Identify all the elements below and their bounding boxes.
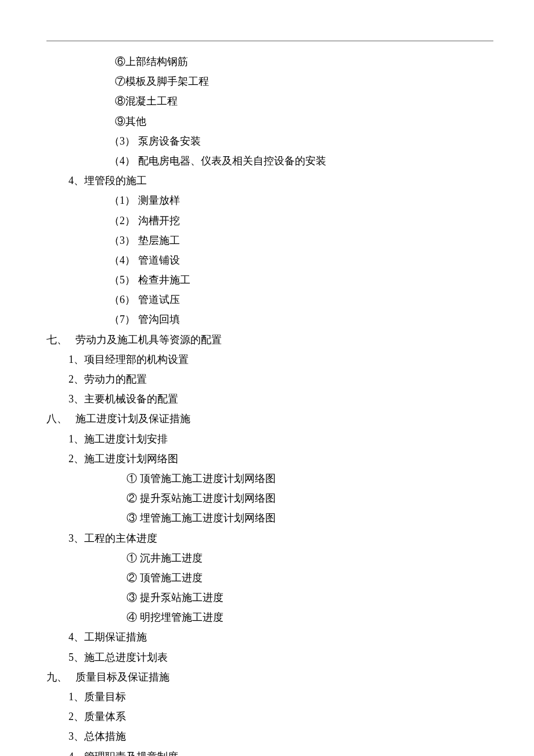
outline-body: ⑥上部结构钢筋⑦模板及脚手架工程⑧混凝土工程⑨其他（3） 泵房设备安装（4） 配… xyxy=(46,52,493,756)
outline-line: （6） 管道试压 xyxy=(46,290,493,309)
outline-line: 3、工程的主体进度 xyxy=(46,528,493,548)
outline-line: 七、 劳动力及施工机具等资源的配置 xyxy=(46,330,493,350)
outline-line: 2、施工进度计划网络图 xyxy=(46,449,493,469)
outline-line: 1、质量目标 xyxy=(46,687,493,707)
outline-line: 八、 施工进度计划及保证措施 xyxy=(46,409,493,429)
outline-line: （4） 配电房电器、仪表及相关自控设备的安装 xyxy=(46,151,493,171)
outline-line: （7） 管沟回填 xyxy=(46,309,493,329)
outline-line: 1、施工进度计划安排 xyxy=(46,429,493,449)
outline-line: ③ 埋管施工施工进度计划网络图 xyxy=(46,508,493,528)
outline-line: （2） 沟槽开挖 xyxy=(46,211,493,231)
outline-line: 4、管理职责及规章制度 xyxy=(46,747,493,756)
outline-line: （1） 测量放样 xyxy=(46,190,493,210)
outline-line: ⑦模板及脚手架工程 xyxy=(46,71,493,91)
outline-line: 九、 质量目标及保证措施 xyxy=(46,667,493,687)
outline-line: ③ 提升泵站施工进度 xyxy=(46,588,493,607)
outline-line: 5、施工总进度计划表 xyxy=(46,647,493,667)
outline-line: 2、劳动力的配置 xyxy=(46,369,493,389)
document-page: ⑥上部结构钢筋⑦模板及脚手架工程⑧混凝土工程⑨其他（3） 泵房设备安装（4） 配… xyxy=(0,0,534,756)
outline-line: 3、主要机械设备的配置 xyxy=(46,389,493,409)
outline-line: ⑧混凝土工程 xyxy=(46,91,493,111)
outline-line: ① 顶管施工施工进度计划网络图 xyxy=(46,469,493,488)
outline-line: 3、总体措施 xyxy=(46,726,493,746)
outline-line: ② 顶管施工进度 xyxy=(46,568,493,588)
page-top-rule xyxy=(46,41,493,41)
outline-line: （3） 泵房设备安装 xyxy=(46,131,493,151)
outline-line: ④ 明挖埋管施工进度 xyxy=(46,607,493,627)
outline-line: （5） 检查井施工 xyxy=(46,270,493,290)
outline-line: （4） 管道铺设 xyxy=(46,250,493,270)
outline-line: 4、埋管段的施工 xyxy=(46,171,493,190)
outline-line: 4、工期保证措施 xyxy=(46,627,493,647)
outline-line: 1、项目经理部的机构设置 xyxy=(46,350,493,369)
outline-line: （3） 垫层施工 xyxy=(46,231,493,250)
outline-line: ② 提升泵站施工进度计划网络图 xyxy=(46,488,493,508)
outline-line: ① 沉井施工进度 xyxy=(46,548,493,568)
outline-line: ⑨其他 xyxy=(46,111,493,131)
outline-line: 2、质量体系 xyxy=(46,707,493,726)
outline-line: ⑥上部结构钢筋 xyxy=(46,52,493,71)
